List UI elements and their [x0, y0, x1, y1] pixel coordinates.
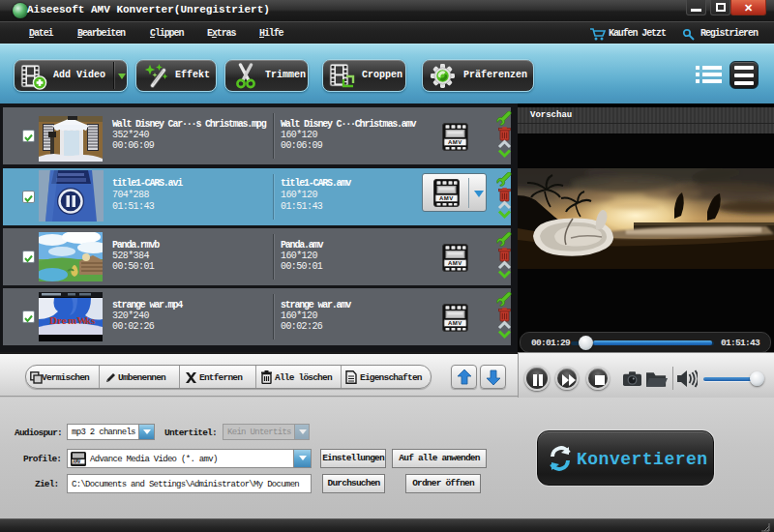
- svg-text:AMV: AMV: [448, 320, 462, 326]
- svg-text:AMV: AMV: [439, 195, 454, 201]
- svg-text:Dre: Dre: [49, 314, 67, 326]
- svg-text:AMV: AMV: [448, 260, 462, 266]
- svg-text:ks: ks: [85, 314, 96, 326]
- svg-text:AMV: AMV: [73, 459, 80, 464]
- svg-text:AMV: AMV: [448, 139, 462, 145]
